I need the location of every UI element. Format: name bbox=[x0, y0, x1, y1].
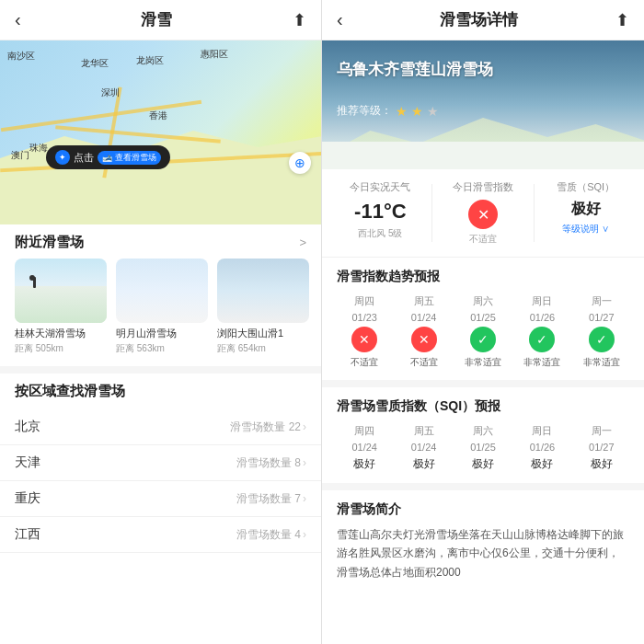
today-weather-item: 今日实况天气 -11°C 西北风 5级 bbox=[337, 180, 424, 246]
weather-divider bbox=[534, 184, 535, 242]
intro-text: 雪莲山高尔夫灯光滑雪场坐落在天山山脉博格达峰脚下的旅游名胜风景区水磨沟，离市中心… bbox=[337, 525, 629, 581]
sqi-date: 01/24 bbox=[411, 442, 437, 453]
intro-title: 滑雪场简介 bbox=[337, 501, 629, 518]
sqi-day: 周五 bbox=[414, 424, 434, 438]
map-label: 南沙区 bbox=[7, 50, 35, 63]
quality-link[interactable]: 等级说明 ∨ bbox=[562, 223, 609, 236]
map-label: 珠海 bbox=[29, 142, 48, 155]
map-label: 澳门 bbox=[11, 149, 29, 162]
chevron-right-icon: › bbox=[303, 456, 306, 469]
sqi-title: 滑雪场雪质指数（SQI）预报 bbox=[337, 398, 629, 415]
map-popup-label: 🎿 查看滑雪场 bbox=[98, 151, 161, 165]
resort-name: 明月山滑雪场 bbox=[116, 327, 208, 340]
left-page-title: 滑雪 bbox=[141, 9, 172, 30]
snow-quality-label: 雪质（SQI） bbox=[557, 180, 615, 194]
ski-slope-bg bbox=[15, 286, 107, 323]
forecast-text: 非常适宜 bbox=[523, 356, 560, 369]
forecast-col: 周日 01/26 ✓ 非常适宜 bbox=[514, 294, 569, 369]
forecast-title: 滑雪指数趋势预报 bbox=[337, 269, 629, 285]
right-panel: ‹ 滑雪场详情 ⬆ 乌鲁木齐雪莲山滑雪场 推荐等级： ★ ★ ★ 今日实况天气 … bbox=[322, 0, 644, 644]
forecast-text: 非常适宜 bbox=[583, 356, 620, 369]
right-back-button[interactable]: ‹ bbox=[337, 9, 343, 30]
today-weather-sub: 西北风 5级 bbox=[358, 227, 402, 240]
right-share-button[interactable]: ⬆ bbox=[615, 10, 629, 30]
resort-name: 浏阳大围山滑1 bbox=[217, 327, 309, 340]
sqi-col: 周一 01/27 极好 bbox=[574, 424, 629, 472]
forecast-text: 不适宜 bbox=[351, 356, 378, 369]
forecast-icon-not-suitable: ✕ bbox=[411, 327, 437, 352]
forecast-text: 非常适宜 bbox=[465, 356, 501, 369]
ski-index-item: 今日滑雪指数 ✕ 不适宜 bbox=[440, 180, 527, 246]
map-label: 龙华区 bbox=[81, 57, 109, 70]
list-item[interactable]: 北京 滑雪场数量 22 › bbox=[0, 409, 321, 445]
hero-snow-bg bbox=[322, 142, 644, 169]
map-label: 龙岗区 bbox=[136, 54, 164, 67]
region-name: 重庆 bbox=[15, 490, 40, 507]
map-area[interactable]: 南沙区 龙华区 龙岗区 惠阳区 深圳 香港 澳门 珠海 ✦ 点击 🎿 查看滑雪场… bbox=[0, 40, 322, 224]
hero-section: 乌鲁木齐雪莲山滑雪场 推荐等级： ★ ★ ★ bbox=[322, 40, 644, 169]
sqi-col: 周五 01/24 极好 bbox=[396, 424, 451, 472]
star-empty-icon: ★ bbox=[427, 104, 439, 119]
forecast-day: 周日 bbox=[532, 294, 552, 308]
chevron-right-icon: › bbox=[303, 528, 306, 541]
forecast-icon-suitable: ✓ bbox=[470, 327, 496, 352]
resort-distance: 距离 563km bbox=[116, 342, 208, 355]
forecast-date: 01/27 bbox=[589, 312, 615, 323]
ski-index-label: 今日滑雪指数 bbox=[453, 180, 513, 194]
map-label: 香港 bbox=[149, 109, 167, 122]
forecast-icon-suitable: ✓ bbox=[529, 327, 555, 352]
region-count: 滑雪场数量 8 › bbox=[236, 455, 306, 471]
list-item[interactable]: 天津 滑雪场数量 8 › bbox=[0, 445, 321, 481]
list-item[interactable]: 重庆 滑雪场数量 7 › bbox=[0, 481, 321, 517]
ski-index-icon: ✕ bbox=[468, 200, 498, 229]
left-back-button[interactable]: ‹ bbox=[15, 9, 21, 30]
sqi-day: 周六 bbox=[473, 424, 493, 438]
forecast-date: 01/26 bbox=[530, 312, 556, 323]
sqi-day: 周日 bbox=[532, 424, 552, 438]
list-item[interactable]: 江西 滑雪场数量 4 › bbox=[0, 517, 321, 553]
list-item[interactable]: 明月山滑雪场 距离 563km bbox=[116, 259, 208, 355]
forecast-day: 周四 bbox=[354, 294, 374, 308]
sqi-col: 周六 01/25 极好 bbox=[455, 424, 511, 472]
sqi-value: 极好 bbox=[591, 456, 613, 472]
region-count: 滑雪场数量 4 › bbox=[236, 527, 306, 543]
forecast-col: 周五 01/24 ✕ 不适宜 bbox=[396, 294, 451, 369]
list-item[interactable]: 桂林天湖滑雪场 距离 505km bbox=[15, 259, 107, 355]
sqi-value: 极好 bbox=[353, 456, 375, 472]
region-name: 天津 bbox=[15, 454, 40, 471]
forecast-col: 周六 01/25 ✓ 非常适宜 bbox=[455, 294, 511, 369]
map-label: 惠阳区 bbox=[201, 48, 228, 61]
right-page-title: 滑雪场详情 bbox=[440, 9, 518, 30]
sqi-day: 周四 bbox=[354, 424, 374, 438]
region-name: 江西 bbox=[15, 526, 40, 543]
map-compass-icon: ⊕ bbox=[289, 152, 311, 174]
forecast-icon-not-suitable: ✕ bbox=[351, 327, 377, 352]
left-share-button[interactable]: ⬆ bbox=[293, 10, 306, 30]
today-weather-label: 今日实况天气 bbox=[350, 180, 410, 194]
region-title: 按区域查找滑雪场 bbox=[0, 383, 321, 409]
skier-head bbox=[29, 275, 35, 281]
sqi-value: 极好 bbox=[472, 456, 494, 472]
region-count: 滑雪场数量 7 › bbox=[236, 491, 306, 507]
star-icon: ★ bbox=[396, 104, 408, 119]
resort-distance: 距离 654km bbox=[217, 342, 309, 355]
forecast-icon-suitable: ✓ bbox=[589, 327, 615, 352]
sqi-date: 01/24 bbox=[351, 442, 377, 453]
list-item[interactable]: 浏阳大围山滑1 距离 654km bbox=[217, 259, 309, 355]
nearby-more-button[interactable]: > bbox=[299, 236, 306, 249]
chevron-right-icon: › bbox=[303, 492, 306, 505]
rating-label: 推荐等级： bbox=[337, 103, 392, 119]
region-name: 北京 bbox=[15, 419, 40, 435]
today-weather-value: -11°C bbox=[354, 200, 406, 224]
region-count: 滑雪场数量 22 › bbox=[230, 420, 306, 435]
resort-name: 桂林天湖滑雪场 bbox=[15, 327, 107, 340]
resort-image bbox=[116, 259, 208, 323]
weather-card: 今日实况天气 -11°C 西北风 5级 今日滑雪指数 ✕ 不适宜 雪质（SQI）… bbox=[322, 169, 644, 258]
sqi-grid: 周四 01/24 极好 周五 01/24 极好 周六 01/25 极好 周日 0… bbox=[337, 424, 629, 472]
forecast-col: 周四 01/23 ✕ 不适宜 bbox=[337, 294, 392, 369]
chevron-right-icon: › bbox=[303, 420, 306, 433]
sqi-value: 极好 bbox=[413, 456, 435, 472]
hero-rating: 推荐等级： ★ ★ ★ bbox=[337, 103, 439, 119]
forecast-text: 不适宜 bbox=[410, 356, 438, 369]
map-popup[interactable]: ✦ 点击 🎿 查看滑雪场 bbox=[46, 145, 170, 169]
